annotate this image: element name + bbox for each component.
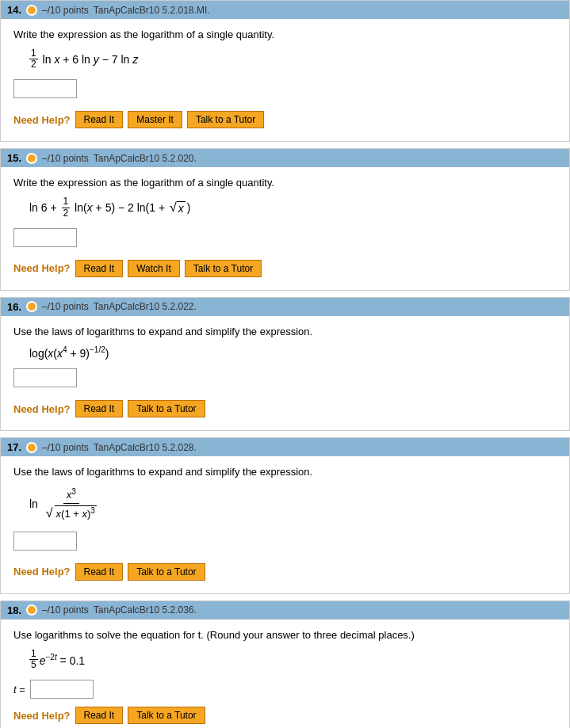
problem-17-header: 17. –/10 points TanApCalcBr10 5.2.028. — [1, 438, 569, 456]
problem-15-points: –/10 points — [42, 153, 89, 164]
frac-half-14: 1 2 — [29, 48, 38, 70]
problem-17-answer-box — [13, 532, 557, 560]
points-icon-15 — [26, 153, 37, 164]
problem-17-body: Use the laws of logarithms to expand and… — [1, 456, 569, 593]
problem-15-body: Write the expression as the logarithm of… — [1, 167, 569, 289]
problem-15-read-it[interactable]: Read It — [75, 260, 124, 277]
problem-17-talk-to-tutor[interactable]: Talk to a Tutor — [128, 563, 205, 581]
problem-15-id: TanApCalcBr10 5.2.020. — [94, 153, 197, 164]
problem-15-help-row: Need Help? Read It Watch It Talk to a Tu… — [13, 260, 557, 277]
problem-16-id: TanApCalcBr10 5.2.022. — [94, 301, 197, 312]
problem-18-header: 18. –/10 points TanApCalcBr10 5.2.036. — [1, 601, 569, 619]
problem-16-header: 16. –/10 points TanApCalcBr10 5.2.022. — [1, 298, 569, 316]
problem-15-math: ln 6 + 1 2 ln(x + 5) − 2 ln(1 + √ x ) — [29, 196, 557, 218]
problem-15-instruction: Write the expression as the logarithm of… — [13, 177, 557, 189]
points-icon-18 — [26, 604, 37, 616]
problem-15-need-help: Need Help? — [13, 262, 71, 274]
problem-18-talk-to-tutor[interactable]: Talk to a Tutor — [128, 707, 205, 724]
problem-16-need-help: Need Help? — [13, 403, 71, 415]
problem-16: 16. –/10 points TanApCalcBr10 5.2.022. U… — [0, 297, 570, 432]
problem-14-answer-box — [13, 79, 557, 108]
problem-15-talk-to-tutor[interactable]: Talk to a Tutor — [185, 260, 262, 277]
problem-18-read-it[interactable]: Read It — [75, 707, 124, 724]
points-icon-16 — [26, 301, 37, 312]
problem-17-help-row: Need Help? Read It Talk to a Tutor — [13, 563, 557, 581]
problem-16-number: 16. — [7, 301, 21, 313]
problem-14-math: 1 2 ln x + 6 ln y − 7 ln z — [29, 48, 557, 70]
problem-16-body: Use the laws of logarithms to expand and… — [1, 316, 569, 431]
problem-16-input[interactable] — [13, 368, 77, 387]
problem-18-body: Use logarithms to solve the equation for… — [1, 619, 569, 728]
problem-18-math: 1 5 e−2t = 0.1 — [29, 649, 557, 670]
problem-15-number: 15. — [7, 152, 21, 164]
problem-14-instruction: Write the expression as the logarithm of… — [13, 29, 557, 40]
problem-15: 15. –/10 points TanApCalcBr10 5.2.020. W… — [0, 148, 570, 290]
problem-18-help-row: Need Help? Read It Talk to a Tutor — [13, 707, 557, 724]
problem-14-need-help: Need Help? — [13, 114, 71, 126]
problem-14-input[interactable] — [13, 79, 77, 98]
problem-14-points: –/10 points — [42, 5, 89, 16]
problem-15-header: 15. –/10 points TanApCalcBr10 5.2.020. — [1, 149, 569, 167]
problem-16-math: log(x(x4 + 9)−1/2) — [29, 345, 557, 360]
problem-14-help-row: Need Help? Read It Master It Talk to a T… — [13, 111, 557, 128]
problem-18-t-label: t = — [13, 684, 25, 696]
problem-14-read-it[interactable]: Read It — [75, 111, 124, 128]
sqrt-x-15: √ x — [170, 200, 186, 215]
problem-16-read-it[interactable]: Read It — [75, 400, 124, 417]
problem-16-points: –/10 points — [42, 301, 89, 312]
problem-16-talk-to-tutor[interactable]: Talk to a Tutor — [128, 400, 205, 417]
frac-half-15: 1 2 — [62, 196, 71, 218]
problem-18-points: –/10 points — [42, 604, 89, 616]
problem-17: 17. –/10 points TanApCalcBr10 5.2.028. U… — [0, 437, 570, 593]
problem-17-id: TanApCalcBr10 5.2.028. — [94, 442, 197, 453]
problem-14-number: 14. — [7, 4, 21, 16]
problem-17-input[interactable] — [13, 532, 77, 551]
frac-18: 1 5 — [29, 649, 38, 670]
problem-14-header: 14. –/10 points TanApCalcBr10 5.2.018.MI… — [1, 1, 569, 19]
problem-15-watch-it[interactable]: Watch It — [128, 260, 180, 277]
problem-18-instruction: Use logarithms to solve the equation for… — [13, 629, 557, 641]
problem-18: 18. –/10 points TanApCalcBr10 5.2.036. U… — [0, 600, 570, 728]
problem-18-number: 18. — [7, 604, 21, 616]
problem-14-id: TanApCalcBr10 5.2.018.MI. — [94, 5, 210, 16]
problem-14-body: Write the expression as the logarithm of… — [1, 19, 569, 141]
problem-15-answer-box — [13, 228, 557, 257]
points-icon-14 — [26, 5, 37, 16]
problem-14: 14. –/10 points TanApCalcBr10 5.2.018.MI… — [0, 0, 570, 142]
problem-16-instruction: Use the laws of logarithms to expand and… — [13, 326, 557, 337]
frac-17: x3 √ x(1 + x)3 — [43, 486, 100, 521]
problem-17-math: ln x3 √ x(1 + x)3 — [29, 486, 557, 521]
problem-17-need-help: Need Help? — [13, 566, 71, 577]
problem-15-input[interactable] — [13, 228, 77, 247]
problem-17-number: 17. — [7, 441, 21, 453]
problem-18-need-help: Need Help? — [13, 710, 71, 722]
problem-14-master-it[interactable]: Master It — [128, 111, 182, 128]
problem-18-t-row: t = — [13, 680, 557, 699]
problem-14-talk-to-tutor[interactable]: Talk to a Tutor — [187, 111, 264, 128]
problem-17-instruction: Use the laws of logarithms to expand and… — [13, 466, 557, 478]
points-icon-17 — [26, 442, 37, 453]
problem-17-points: –/10 points — [42, 442, 89, 453]
problem-16-help-row: Need Help? Read It Talk to a Tutor — [13, 400, 557, 417]
problem-17-read-it[interactable]: Read It — [75, 563, 124, 581]
problem-18-input[interactable] — [30, 680, 94, 699]
problem-16-answer-box — [13, 368, 557, 397]
problem-18-id: TanApCalcBr10 5.2.036. — [94, 604, 197, 616]
